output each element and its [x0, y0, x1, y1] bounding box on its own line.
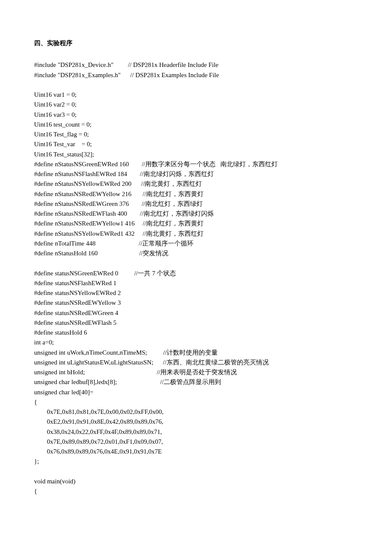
code-line — [34, 80, 358, 90]
code-line: int a=0; — [34, 338, 358, 347]
code-line: { — [34, 397, 358, 407]
code-line: #define statusNSGreenEWRed 0 //一共 7 个状态 — [34, 269, 358, 278]
code-line — [34, 467, 358, 477]
code-line: 0x7E,0x89,0x89,0x72,0x01,0xF1,0x09,0x07, — [34, 437, 358, 447]
code-line: Uint16 test_count = 0; — [34, 120, 358, 130]
code-line: Uint16 var2 = 0; — [34, 100, 358, 110]
code-line — [34, 258, 358, 268]
code-line: unsigned int bHold; //用来表明是否处于突发情况 — [34, 367, 358, 377]
code-line: { — [34, 486, 358, 496]
code-line: #define statusNSRedEWYellow 3 — [34, 298, 358, 308]
code-line: unsigned int uLightStatusEW,uLightStatus… — [34, 358, 358, 367]
code-line: void main(void) — [34, 477, 358, 486]
section-heading: 四、实验程序 — [34, 38, 358, 48]
code-line: #define nStatusNSRedEWYellow 216 //南北红灯，… — [34, 189, 358, 199]
code-line: #include "DSP281x_Device.h" // DSP281x H… — [34, 60, 358, 70]
code-block: #include "DSP281x_Device.h" // DSP281x H… — [34, 60, 358, 496]
code-line: 0x38,0x24,0x22,0xFF,0x4F,0x89,0x89,0x71, — [34, 427, 358, 437]
document-page: 四、实验程序 #include "DSP281x_Device.h" // DS… — [0, 0, 392, 522]
code-line: unsigned char ledbuf[8],ledx[8]; //二极管点阵… — [34, 377, 358, 387]
code-line: #define nStatusNSYellowEWRed 200 //南北黄灯，… — [34, 179, 358, 189]
code-line: Uint16 Test_flag = 0; — [34, 130, 358, 139]
code-line: #define statusHold 6 — [34, 328, 358, 338]
code-line: Uint16 Test_status[32]; — [34, 150, 358, 159]
code-line: Uint16 var1 = 0; — [34, 90, 358, 100]
code-line: #define statusNSRedEWFlash 5 — [34, 318, 358, 328]
code-line: #define nStatusNSYellowEWRed1 432 //南北黄灯… — [34, 229, 358, 239]
code-line: #define statusNSFlashEWRed 1 — [34, 278, 358, 288]
code-line: 0x76,0x89,0x89,0x76,0x4E,0x91,0x91,0x7E — [34, 447, 358, 457]
code-line: unsigned char led[40]= — [34, 387, 358, 397]
code-line: #define nStatusNSGreenEWRed 160 //用数字来区分… — [34, 159, 358, 169]
code-line: #define nStatusHold 160 //突发情况 — [34, 249, 358, 258]
code-line: #define statusNSRedEWGreen 4 — [34, 308, 358, 318]
code-line: 0x7E,0x81,0x81,0x7E,0x00,0x02,0xFF,0x00, — [34, 407, 358, 417]
code-line: 0xE2,0x91,0x91,0x8E,0x42,0x89,0x89,0x76, — [34, 417, 358, 427]
code-line: Uint16 Test_var = 0; — [34, 139, 358, 149]
code-line: #define nTotalTime 448 //正常顺序一个循环 — [34, 239, 358, 249]
code-line: unsigned int uWork,nTimeCount,nTimeMS; /… — [34, 348, 358, 358]
code-line: #define nStatusNSRedEWYellow1 416 //南北红灯… — [34, 219, 358, 228]
code-line: #define statusNSYellowEWRed 2 — [34, 288, 358, 298]
code-line: #define nStatusNSRedEWGreen 376 //南北红灯，东… — [34, 199, 358, 209]
code-line: #define nStatusNSFlashEWRed 184 //南北绿灯闪烁… — [34, 169, 358, 179]
code-line: #define nStatusNSRedEWFlash 400 //南北红灯，东… — [34, 209, 358, 219]
code-line: #include "DSP281x_Examples.h" // DSP281x… — [34, 70, 358, 80]
code-line: Uint16 var3 = 0; — [34, 110, 358, 120]
code-line: }; — [34, 457, 358, 466]
